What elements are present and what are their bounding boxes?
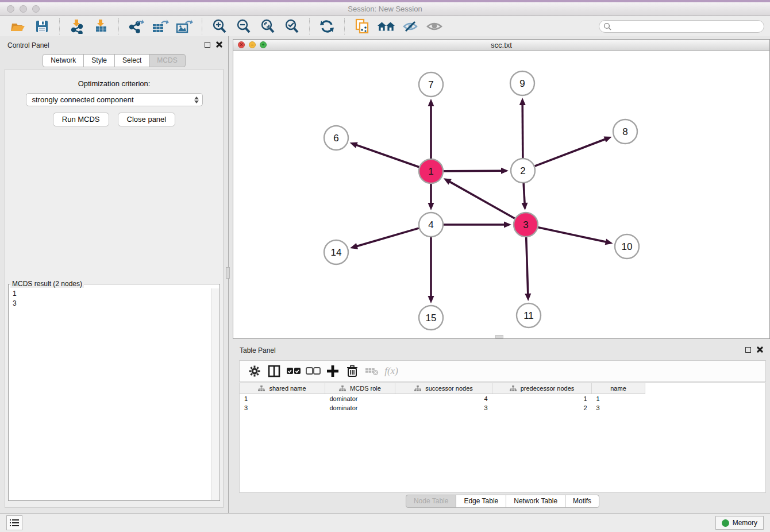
table-cell[interactable]: 3 [395, 403, 492, 413]
float-panel-icon[interactable] [205, 42, 210, 48]
table-cell[interactable]: 3 [592, 403, 645, 413]
minimize-view-icon[interactable]: − [249, 41, 256, 48]
table-tab-motifs[interactable]: Motifs [565, 495, 599, 508]
graph-edge-2-3[interactable] [523, 183, 525, 205]
function-builder-button[interactable]: f(x) [382, 363, 401, 380]
close-panel-icon[interactable] [216, 41, 222, 48]
gear-icon [248, 365, 261, 377]
network-window-titlebar[interactable]: ✕ − + scc.txt [233, 40, 769, 51]
table-row[interactable]: 3dominator323 [240, 403, 645, 413]
table-cell[interactable]: dominator [325, 394, 395, 404]
table-panel-title: Table Panel [233, 342, 770, 354]
graph-edge-1-6[interactable] [355, 145, 419, 167]
graph-edge-4-14[interactable] [356, 228, 419, 246]
zoom-fit-icon [260, 19, 275, 34]
graph-edge-2-9[interactable] [522, 103, 523, 158]
graph-edge-1-2[interactable] [444, 171, 503, 171]
import-table-button[interactable] [92, 18, 110, 35]
panel-splitter-handle[interactable] [226, 267, 230, 279]
network-canvas[interactable]: 7968124314101511 [233, 51, 769, 338]
window-controls[interactable] [7, 5, 40, 13]
table-settings-button[interactable] [245, 363, 264, 380]
table-cell[interactable]: dominator [325, 403, 395, 413]
zoom-fit-button[interactable] [259, 18, 277, 35]
search-input[interactable] [614, 22, 760, 31]
import-network-button[interactable] [68, 18, 86, 35]
delete-row-button[interactable] [342, 363, 362, 380]
close-table-panel-icon[interactable] [757, 346, 763, 353]
edge-arrowhead [521, 203, 528, 210]
copy-style-button[interactable] [353, 18, 371, 35]
control-panel-title: Control Panel [0, 36, 228, 49]
split-view-button[interactable] [264, 363, 284, 380]
tab-style[interactable]: Style [83, 54, 115, 67]
table-cell[interactable]: 4 [395, 394, 492, 404]
canvas-resize-grip[interactable] [495, 335, 503, 338]
export-table-button[interactable] [151, 18, 170, 35]
table-tab-node-table[interactable]: Node Table [406, 495, 457, 508]
tab-network[interactable]: Network [43, 54, 84, 67]
result-scrollbar[interactable] [211, 288, 219, 500]
show-all-button[interactable] [425, 18, 444, 35]
clear-table-button[interactable] [362, 363, 382, 380]
split-columns-icon [268, 365, 280, 377]
graph-edge-3-10[interactable] [538, 228, 607, 242]
table-cell[interactable]: 1 [592, 394, 645, 404]
zoom-selected-button[interactable] [283, 18, 301, 35]
home-button[interactable] [377, 18, 395, 35]
table-tab-edge-table[interactable]: Edge Table [456, 495, 506, 508]
minimize-window-icon[interactable] [20, 5, 27, 13]
node-label: 14 [331, 247, 342, 258]
mcds-result-box: MCDS result (2 nodes) 1 3 [8, 280, 220, 501]
column-header-mcds-role[interactable]: MCDS role [325, 383, 395, 394]
deselect-all-button[interactable] [303, 363, 323, 380]
tab-select[interactable]: Select [114, 54, 149, 67]
edge-arrowhead [350, 243, 358, 249]
node-table[interactable]: shared nameMCDS rolesuccessor nodesprede… [239, 383, 766, 493]
run-mcds-button[interactable]: Run MCDS [53, 113, 109, 126]
task-history-button[interactable] [6, 515, 22, 530]
column-header-successor-nodes[interactable]: successor nodes [395, 383, 492, 394]
attribute-tree-icon [258, 385, 265, 392]
table-tab-network-table[interactable]: Network Table [506, 495, 565, 508]
maximize-view-icon[interactable]: + [260, 41, 267, 48]
node-label: 9 [519, 78, 525, 89]
select-all-button[interactable] [284, 363, 303, 380]
export-network-button[interactable] [127, 18, 145, 35]
memory-button[interactable]: Memory [715, 516, 764, 530]
table-cell[interactable]: 1 [492, 394, 592, 404]
table-panel: Table Panel [233, 342, 770, 512]
workspace: ✕ − + scc.txt 7968124314101511 Table Pan… [229, 36, 770, 513]
close-panel-button[interactable]: Close panel [118, 113, 176, 126]
close-view-icon[interactable]: ✕ [238, 41, 245, 48]
graph-edge-3-11[interactable] [526, 237, 528, 295]
tab-mcds[interactable]: MCDS [149, 54, 185, 67]
optimization-criterion-label: Optimization criterion: [5, 79, 223, 88]
node-label: 2 [520, 165, 525, 176]
apply-layout-button[interactable] [318, 18, 336, 35]
table-cell[interactable]: 3 [240, 403, 325, 413]
table-cell[interactable]: 1 [240, 394, 325, 404]
table-cell[interactable]: 2 [492, 403, 592, 413]
graph-edge-2-8[interactable] [535, 138, 607, 166]
add-row-button[interactable] [323, 363, 342, 380]
edge-arrowhead [428, 296, 434, 303]
table-row[interactable]: 1dominator411 [240, 394, 645, 404]
column-header-name[interactable]: name [592, 383, 645, 394]
zoom-out-button[interactable] [234, 18, 253, 35]
network-canvas-svg[interactable]: 7968124314101511 [233, 51, 769, 338]
open-session-button[interactable] [9, 18, 27, 35]
hide-selected-button[interactable] [401, 18, 419, 35]
float-table-panel-icon[interactable] [745, 347, 751, 353]
column-header-predecessor-nodes[interactable]: predecessor nodes [492, 383, 592, 394]
close-window-icon[interactable] [7, 5, 14, 13]
criterion-select[interactable]: strongly connected component [26, 93, 203, 106]
column-header-shared-name[interactable]: shared name [240, 383, 325, 394]
main-toolbar [0, 16, 770, 37]
zoom-in-button[interactable] [210, 18, 229, 35]
zoom-window-icon[interactable] [32, 5, 40, 13]
graph-edge-3-1[interactable] [448, 181, 514, 218]
search-box[interactable] [599, 20, 764, 33]
export-image-button[interactable] [175, 18, 194, 35]
save-session-button[interactable] [33, 18, 51, 35]
